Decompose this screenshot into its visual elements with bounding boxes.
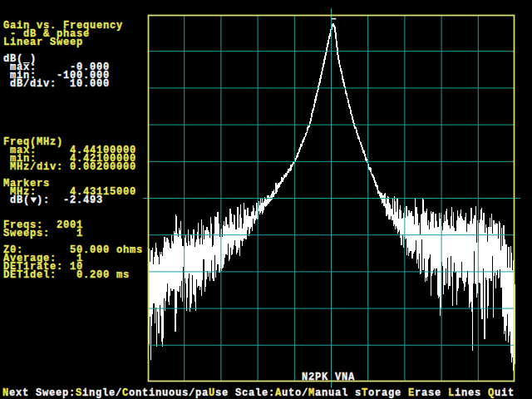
svg-text:Linear Sweep: Linear Sweep — [3, 37, 83, 48]
svg-text:dB/div: 10.000: dB/div: 10.000 — [3, 78, 110, 90]
svg-text:A: A — [275, 387, 282, 399]
svg-text:L: L — [448, 387, 455, 399]
svg-text:C: C — [122, 387, 129, 399]
svg-text:ontinuous/pa: ontinuous/pa — [129, 387, 209, 399]
svg-text:Q: Q — [488, 387, 495, 399]
svg-text:rase: rase — [415, 387, 448, 399]
svg-text:T: T — [362, 387, 368, 399]
svg-text:ines: ines — [455, 387, 488, 399]
svg-text:E: E — [408, 387, 415, 399]
svg-text:N: N — [2, 387, 9, 399]
svg-text:ingle/: ingle/ — [82, 387, 122, 399]
svg-text:se Scale:: se Scale: — [215, 387, 275, 399]
svg-text:orage: orage — [368, 387, 408, 399]
svg-text:dB( ): -2.493: dB( ): -2.493 — [3, 195, 103, 206]
svg-text:S: S — [76, 387, 82, 399]
svg-text:uto/: uto/ — [282, 387, 308, 399]
svg-text:uit: uit — [495, 387, 515, 399]
svg-text:M: M — [308, 387, 315, 399]
svg-text:ext Sweep:: ext Sweep: — [9, 387, 76, 399]
svg-text:DET1del: 0.200 ms: DET1del: 0.200 ms — [3, 269, 130, 281]
svg-text:U: U — [209, 387, 215, 399]
svg-text:Sweeps: 1: Sweeps: 1 — [3, 228, 83, 239]
svg-text:anual s: anual s — [315, 387, 362, 399]
svg-text:N2PK VNA: N2PK VNA — [302, 372, 355, 383]
svg-text:MHz/div: 0.00200000: MHz/div: 0.00200000 — [3, 161, 136, 173]
